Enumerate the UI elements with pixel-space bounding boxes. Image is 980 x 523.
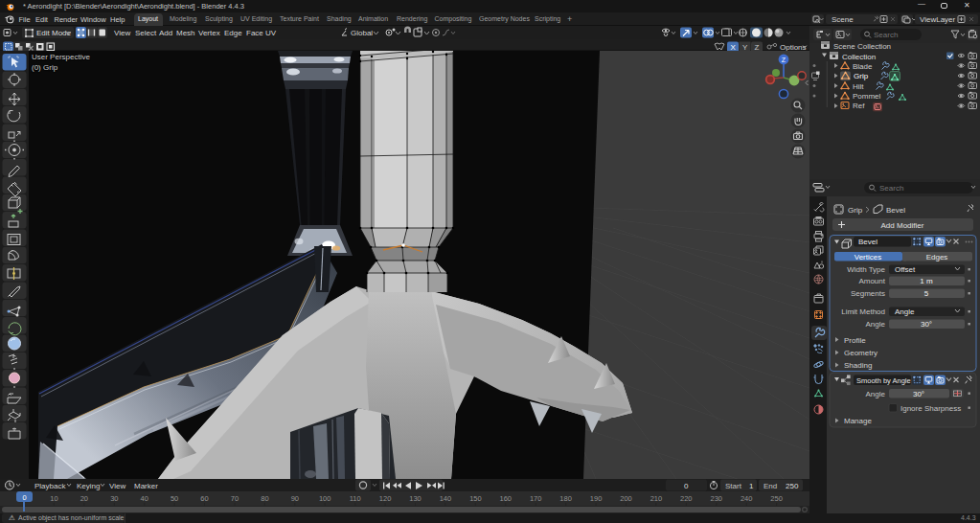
svg-text:ViewLayer: ViewLayer xyxy=(920,15,956,24)
svg-text:Limit Method: Limit Method xyxy=(841,307,885,316)
svg-text:80: 80 xyxy=(261,494,268,503)
svg-text:Scene Collection: Scene Collection xyxy=(833,42,891,51)
svg-text:50: 50 xyxy=(171,494,178,503)
svg-text:Edit Mode: Edit Mode xyxy=(36,29,72,37)
svg-text:View: View xyxy=(114,29,130,37)
svg-text:Mesh: Mesh xyxy=(176,29,195,37)
svg-text:250: 250 xyxy=(770,494,783,503)
svg-text:190: 190 xyxy=(590,494,603,503)
svg-text:Edge: Edge xyxy=(224,29,242,37)
svg-text:Blade: Blade xyxy=(853,62,873,71)
svg-text:Add Modifier: Add Modifier xyxy=(881,221,924,230)
svg-text:10: 10 xyxy=(50,494,57,503)
svg-text:Global: Global xyxy=(351,29,373,37)
svg-text:Smooth by Angle: Smooth by Angle xyxy=(856,376,911,385)
svg-text:Collection: Collection xyxy=(842,53,876,61)
svg-text:Ref: Ref xyxy=(853,102,865,110)
svg-text:Hilt: Hilt xyxy=(853,82,864,91)
svg-text:Amount: Amount xyxy=(858,277,885,285)
svg-text:Search: Search xyxy=(879,184,903,193)
svg-text:Profile: Profile xyxy=(844,336,866,345)
svg-text:Playback: Playback xyxy=(34,482,66,490)
svg-text:30°: 30° xyxy=(913,390,924,398)
svg-text:100: 100 xyxy=(319,494,331,503)
svg-text:150: 150 xyxy=(469,494,482,503)
svg-text:Search: Search xyxy=(874,31,898,39)
svg-text:Grip: Grip xyxy=(854,72,869,80)
svg-text:Keying: Keying xyxy=(77,482,100,490)
svg-text:Z: Z xyxy=(782,57,786,63)
svg-text:70: 70 xyxy=(231,494,239,503)
svg-text:0: 0 xyxy=(684,482,689,490)
svg-text:230: 230 xyxy=(711,494,723,503)
svg-text:Offset: Offset xyxy=(895,265,916,274)
svg-text:Manage: Manage xyxy=(844,417,872,425)
svg-text:Angle: Angle xyxy=(866,390,886,398)
svg-text:Angle: Angle xyxy=(895,307,915,316)
svg-text:170: 170 xyxy=(530,494,542,503)
svg-text:60: 60 xyxy=(200,494,208,503)
svg-text:Add: Add xyxy=(159,29,172,37)
svg-text:20: 20 xyxy=(80,494,88,503)
svg-text:110: 110 xyxy=(350,494,361,503)
svg-text:1 m: 1 m xyxy=(920,277,933,285)
svg-text:View: View xyxy=(109,482,125,490)
svg-text:Face: Face xyxy=(246,29,263,37)
svg-text:180: 180 xyxy=(559,494,572,503)
svg-text:30: 30 xyxy=(110,494,118,503)
svg-text:UV: UV xyxy=(265,29,277,37)
svg-text:Bevel: Bevel xyxy=(886,206,905,215)
svg-text:140: 140 xyxy=(440,494,452,503)
svg-text:0: 0 xyxy=(22,493,26,502)
svg-text:Pommel: Pommel xyxy=(853,92,881,101)
svg-text:250: 250 xyxy=(786,482,799,490)
svg-text:220: 220 xyxy=(680,494,693,503)
svg-text:Shading: Shading xyxy=(844,361,872,370)
svg-text:120: 120 xyxy=(379,494,392,503)
svg-text:Vertices: Vertices xyxy=(855,253,881,262)
svg-text:Select: Select xyxy=(135,29,157,37)
svg-text:Geometry: Geometry xyxy=(844,349,877,357)
svg-text:Scene: Scene xyxy=(832,15,854,24)
svg-text:1: 1 xyxy=(749,482,754,490)
svg-text:Ignore Sharpness: Ignore Sharpness xyxy=(900,404,961,413)
svg-text:130: 130 xyxy=(409,494,422,503)
svg-text:210: 210 xyxy=(650,494,663,503)
svg-text:Edges: Edges xyxy=(926,253,948,262)
svg-text:30°: 30° xyxy=(921,320,932,329)
svg-text:Marker: Marker xyxy=(134,482,158,490)
svg-text:Bevel: Bevel xyxy=(858,238,877,246)
svg-text:5: 5 xyxy=(924,289,929,298)
svg-text:Vertex: Vertex xyxy=(198,29,220,37)
svg-text:Angle: Angle xyxy=(866,320,886,329)
svg-text:Start: Start xyxy=(725,482,742,490)
svg-text:40: 40 xyxy=(141,494,148,503)
svg-text:Width Type: Width Type xyxy=(847,265,885,274)
svg-text:160: 160 xyxy=(500,494,513,503)
svg-text:Segments: Segments xyxy=(851,289,885,298)
svg-text:Grip: Grip xyxy=(848,206,863,215)
svg-text:End: End xyxy=(763,482,777,490)
svg-text:90: 90 xyxy=(291,494,299,503)
svg-text:200: 200 xyxy=(620,494,632,503)
svg-text:240: 240 xyxy=(741,494,753,503)
